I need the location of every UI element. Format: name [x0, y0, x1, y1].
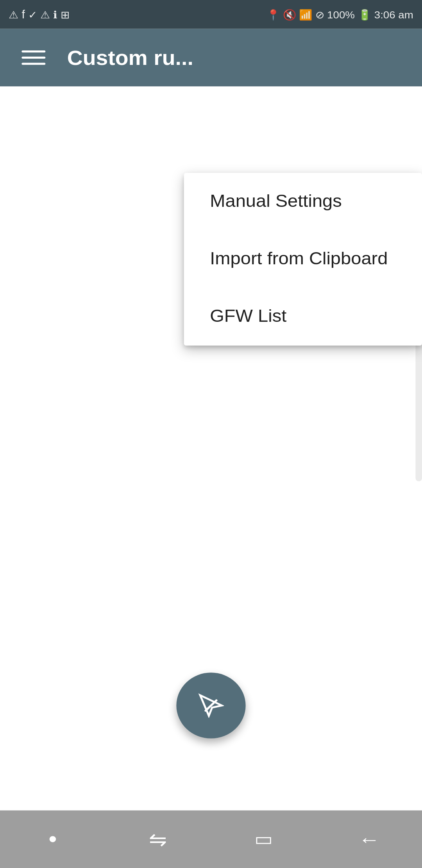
warning-icon-1: ⚠: [9, 9, 18, 20]
info-icon: ℹ: [53, 9, 57, 20]
check-icon: ✓: [28, 9, 37, 20]
facebook-icon: f: [21, 8, 25, 21]
dropdown-menu: Manual Settings Import from Clipboard GF…: [184, 173, 422, 346]
app-bar: Custom ru...: [0, 29, 422, 86]
hamburger-line-2: [21, 57, 45, 59]
mute-icon: 🔇: [283, 9, 296, 20]
menu-item-import-clipboard[interactable]: Import from Clipboard: [184, 230, 422, 288]
menu-item-manual-settings[interactable]: Manual Settings: [184, 173, 422, 230]
add-rule-fab[interactable]: [176, 673, 245, 738]
grid-icon: ⊞: [61, 9, 69, 20]
nav-overview-button[interactable]: ▭: [233, 811, 294, 868]
warning-icon-2: ⚠: [40, 9, 50, 20]
recents-icon: ⇋: [149, 827, 167, 852]
nav-back-button[interactable]: ←: [339, 811, 399, 868]
battery-percent: 100%: [327, 9, 355, 20]
hamburger-line-1: [21, 50, 45, 52]
battery-icon: 🔋: [358, 9, 371, 20]
overview-icon: ▭: [254, 828, 273, 850]
wifi-icon: 📶: [299, 9, 312, 20]
status-left-icons: ⚠ f ✓ ⚠ ℹ ⊞: [9, 8, 69, 21]
page-title: Custom ru...: [67, 46, 405, 69]
back-icon: ←: [358, 827, 380, 851]
status-right-icons: 📍 🔇 📶 ⊘ 100% 🔋 3:06 am: [266, 9, 413, 20]
home-dot-icon: •: [48, 826, 57, 852]
menu-button[interactable]: [17, 46, 50, 69]
nav-recents-button[interactable]: ⇋: [128, 811, 188, 868]
no-arrow-fab-icon: [198, 693, 224, 718]
main-content: Manual Settings Import from Clipboard GF…: [0, 86, 422, 811]
nav-home-button[interactable]: •: [22, 811, 83, 868]
menu-item-gfw-list[interactable]: GFW List: [184, 288, 422, 345]
no-entry-icon: ⊘: [315, 9, 324, 20]
clock: 3:06 am: [374, 9, 413, 20]
svg-line-0: [212, 705, 222, 707]
hamburger-line-3: [21, 63, 45, 65]
status-bar: ⚠ f ✓ ⚠ ℹ ⊞ 📍 🔇 📶 ⊘ 100% 🔋 3:06 am: [0, 0, 422, 29]
nav-bar: • ⇋ ▭ ←: [0, 811, 422, 868]
location-icon: 📍: [266, 9, 279, 20]
